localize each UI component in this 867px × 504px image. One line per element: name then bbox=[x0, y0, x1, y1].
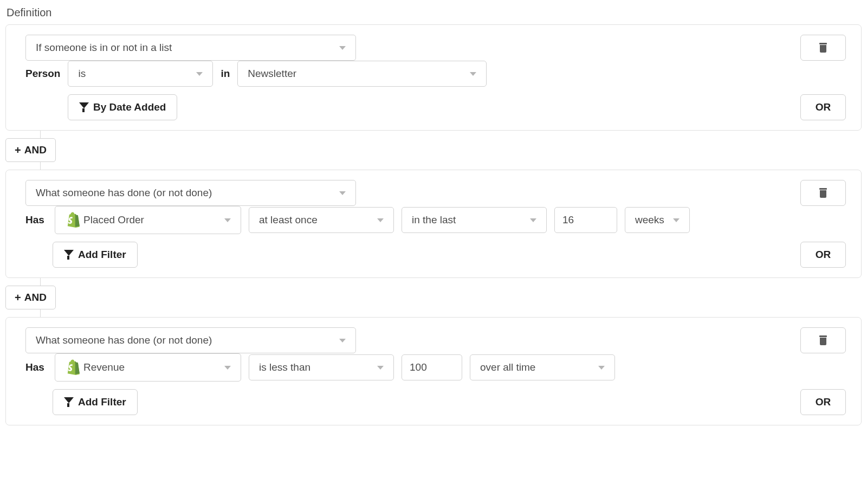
by-date-added-label: By Date Added bbox=[93, 101, 166, 113]
event-text: Revenue bbox=[83, 361, 216, 373]
chevron-down-icon bbox=[470, 72, 476, 76]
by-date-added-button[interactable]: By Date Added bbox=[68, 94, 177, 120]
trash-icon bbox=[819, 43, 827, 53]
list-text: Newsletter bbox=[248, 68, 461, 80]
frequency-select[interactable]: at least once bbox=[249, 207, 394, 233]
chevron-down-icon bbox=[224, 218, 231, 222]
add-filter-button[interactable]: Add Filter bbox=[53, 242, 138, 268]
condition-type-select[interactable]: What someone has done (or not done) bbox=[25, 180, 356, 206]
unit-select[interactable]: weeks bbox=[625, 207, 690, 233]
funnel-icon bbox=[79, 102, 88, 112]
section-title: Definition bbox=[5, 7, 862, 19]
comparator-text: is less than bbox=[259, 361, 368, 373]
chevron-down-icon bbox=[598, 366, 605, 370]
timerange-select[interactable]: over all time bbox=[470, 354, 615, 380]
and-button[interactable]: + AND bbox=[5, 138, 56, 162]
and-label: AND bbox=[24, 144, 47, 156]
unit-text: weeks bbox=[635, 214, 664, 226]
delete-button[interactable] bbox=[800, 35, 846, 61]
event-text: Placed Order bbox=[83, 214, 216, 226]
comparator-select[interactable]: is less than bbox=[249, 354, 394, 380]
trash-icon bbox=[819, 335, 827, 345]
operator-select[interactable]: is bbox=[68, 61, 213, 87]
chevron-down-icon bbox=[377, 366, 384, 370]
person-label: Person bbox=[25, 68, 60, 80]
in-label: in bbox=[221, 68, 230, 80]
or-label: OR bbox=[816, 249, 831, 261]
condition-type-text: What someone has done (or not done) bbox=[36, 187, 331, 199]
shopify-icon bbox=[65, 359, 80, 376]
condition-block: What someone has done (or not done) Has … bbox=[5, 170, 862, 278]
plus-icon: + bbox=[15, 292, 21, 303]
delete-button[interactable] bbox=[800, 327, 846, 353]
chevron-down-icon bbox=[673, 218, 680, 222]
event-select[interactable]: Placed Order bbox=[55, 206, 241, 234]
chevron-down-icon bbox=[377, 218, 384, 222]
operator-text: is bbox=[78, 68, 187, 80]
trash-icon bbox=[819, 188, 827, 198]
or-label: OR bbox=[816, 396, 831, 408]
funnel-icon bbox=[64, 397, 73, 407]
delete-button[interactable] bbox=[800, 180, 846, 206]
chevron-down-icon bbox=[339, 46, 346, 50]
plus-icon: + bbox=[15, 145, 21, 156]
condition-block: What someone has done (or not done) Has … bbox=[5, 317, 862, 425]
condition-type-select[interactable]: What someone has done (or not done) bbox=[25, 327, 356, 353]
and-button[interactable]: + AND bbox=[5, 286, 56, 309]
timerange-select[interactable]: in the last bbox=[402, 207, 547, 233]
or-button[interactable]: OR bbox=[800, 94, 846, 120]
and-connector: + AND bbox=[5, 131, 862, 170]
chevron-down-icon bbox=[530, 218, 536, 222]
condition-type-text: What someone has done (or not done) bbox=[36, 334, 331, 346]
frequency-text: at least once bbox=[259, 214, 368, 226]
chevron-down-icon bbox=[196, 72, 203, 76]
add-filter-label: Add Filter bbox=[78, 249, 126, 261]
list-select[interactable]: Newsletter bbox=[237, 61, 487, 87]
condition-block: If someone is in or not in a list Person… bbox=[5, 24, 862, 131]
chevron-down-icon bbox=[224, 366, 231, 370]
timerange-text: over all time bbox=[480, 361, 590, 373]
has-label: Has bbox=[25, 214, 47, 226]
chevron-down-icon bbox=[339, 339, 346, 343]
add-filter-button[interactable]: Add Filter bbox=[53, 389, 138, 415]
chevron-down-icon bbox=[339, 191, 346, 195]
condition-type-text: If someone is in or not in a list bbox=[36, 42, 331, 54]
or-label: OR bbox=[816, 101, 831, 113]
event-select[interactable]: Revenue bbox=[55, 353, 241, 382]
or-button[interactable]: OR bbox=[800, 242, 846, 268]
condition-type-select[interactable]: If someone is in or not in a list bbox=[25, 35, 356, 61]
value-input[interactable] bbox=[402, 354, 462, 380]
add-filter-label: Add Filter bbox=[78, 396, 126, 408]
quantity-input[interactable] bbox=[554, 207, 617, 233]
funnel-icon bbox=[64, 250, 73, 260]
has-label: Has bbox=[25, 361, 47, 373]
timerange-text: in the last bbox=[412, 214, 521, 226]
and-connector: + AND bbox=[5, 278, 862, 317]
or-button[interactable]: OR bbox=[800, 389, 846, 415]
shopify-icon bbox=[65, 212, 80, 228]
and-label: AND bbox=[24, 292, 47, 303]
